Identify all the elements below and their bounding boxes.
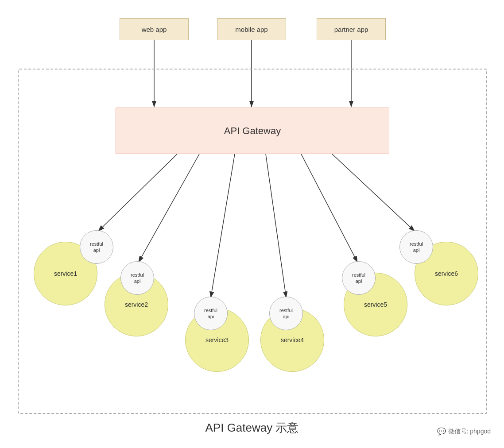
footer-title: API Gateway 示意 — [205, 420, 299, 436]
api2-circle: restful api — [120, 261, 154, 295]
diagram-container: web app mobile app partner app API Gatew… — [0, 0, 504, 448]
footer-wechat: 💬 微信号: phpgod — [437, 427, 491, 436]
api3-circle: restful api — [194, 297, 228, 330]
api5-circle: restful api — [342, 261, 376, 295]
api4-circle: restful api — [269, 297, 303, 330]
wechat-icon: 💬 — [437, 427, 446, 436]
api-gateway-box: API Gateway — [116, 108, 389, 154]
mobile-app-box: mobile app — [217, 18, 286, 40]
partner-app-box: partner app — [317, 18, 386, 40]
web-app-box: web app — [120, 18, 189, 40]
api6-circle: restful api — [399, 230, 433, 264]
api1-circle: restful api — [80, 230, 113, 264]
